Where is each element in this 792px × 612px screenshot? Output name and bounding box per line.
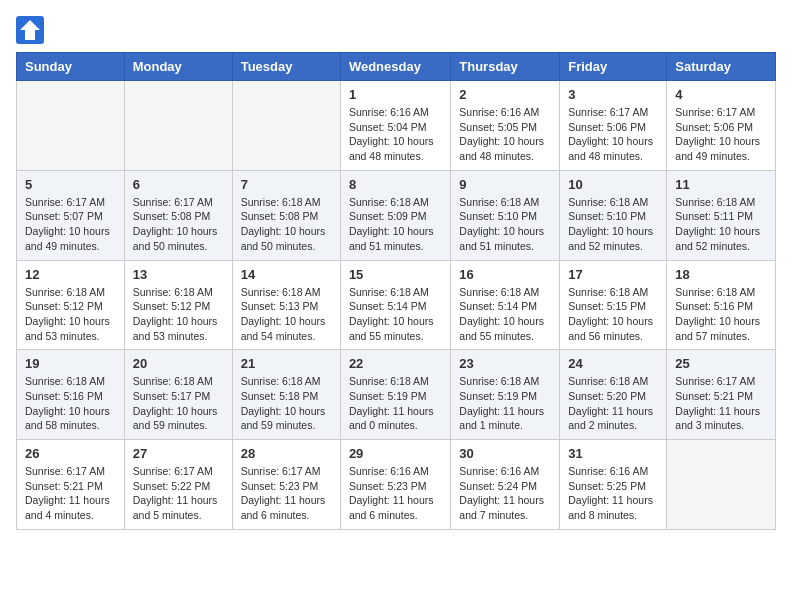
day-info: Sunrise: 6:17 AM Sunset: 5:07 PM Dayligh…	[25, 195, 116, 254]
day-info: Sunrise: 6:18 AM Sunset: 5:20 PM Dayligh…	[568, 374, 658, 433]
day-number: 10	[568, 177, 658, 192]
calendar-cell	[667, 440, 776, 530]
day-number: 7	[241, 177, 332, 192]
day-info: Sunrise: 6:18 AM Sunset: 5:13 PM Dayligh…	[241, 285, 332, 344]
day-number: 1	[349, 87, 442, 102]
day-info: Sunrise: 6:18 AM Sunset: 5:19 PM Dayligh…	[349, 374, 442, 433]
day-number: 11	[675, 177, 767, 192]
day-number: 18	[675, 267, 767, 282]
calendar-cell: 20Sunrise: 6:18 AM Sunset: 5:17 PM Dayli…	[124, 350, 232, 440]
calendar-cell: 16Sunrise: 6:18 AM Sunset: 5:14 PM Dayli…	[451, 260, 560, 350]
day-number: 24	[568, 356, 658, 371]
day-info: Sunrise: 6:18 AM Sunset: 5:08 PM Dayligh…	[241, 195, 332, 254]
weekday-header-sunday: Sunday	[17, 53, 125, 81]
day-number: 20	[133, 356, 224, 371]
page-header	[16, 16, 776, 44]
calendar-cell: 15Sunrise: 6:18 AM Sunset: 5:14 PM Dayli…	[340, 260, 450, 350]
calendar-cell: 18Sunrise: 6:18 AM Sunset: 5:16 PM Dayli…	[667, 260, 776, 350]
day-number: 6	[133, 177, 224, 192]
week-row-2: 5Sunrise: 6:17 AM Sunset: 5:07 PM Daylig…	[17, 170, 776, 260]
day-info: Sunrise: 6:16 AM Sunset: 5:23 PM Dayligh…	[349, 464, 442, 523]
calendar-cell: 17Sunrise: 6:18 AM Sunset: 5:15 PM Dayli…	[560, 260, 667, 350]
calendar-cell: 23Sunrise: 6:18 AM Sunset: 5:19 PM Dayli…	[451, 350, 560, 440]
day-info: Sunrise: 6:18 AM Sunset: 5:17 PM Dayligh…	[133, 374, 224, 433]
day-info: Sunrise: 6:17 AM Sunset: 5:21 PM Dayligh…	[675, 374, 767, 433]
weekday-header-row: SundayMondayTuesdayWednesdayThursdayFrid…	[17, 53, 776, 81]
day-number: 5	[25, 177, 116, 192]
calendar-cell: 26Sunrise: 6:17 AM Sunset: 5:21 PM Dayli…	[17, 440, 125, 530]
day-info: Sunrise: 6:18 AM Sunset: 5:18 PM Dayligh…	[241, 374, 332, 433]
day-info: Sunrise: 6:17 AM Sunset: 5:23 PM Dayligh…	[241, 464, 332, 523]
day-number: 22	[349, 356, 442, 371]
day-number: 8	[349, 177, 442, 192]
day-number: 25	[675, 356, 767, 371]
calendar-cell: 6Sunrise: 6:17 AM Sunset: 5:08 PM Daylig…	[124, 170, 232, 260]
day-number: 27	[133, 446, 224, 461]
calendar-cell	[232, 81, 340, 171]
calendar-cell: 7Sunrise: 6:18 AM Sunset: 5:08 PM Daylig…	[232, 170, 340, 260]
calendar-cell: 31Sunrise: 6:16 AM Sunset: 5:25 PM Dayli…	[560, 440, 667, 530]
day-number: 17	[568, 267, 658, 282]
calendar-cell: 2Sunrise: 6:16 AM Sunset: 5:05 PM Daylig…	[451, 81, 560, 171]
day-number: 26	[25, 446, 116, 461]
day-number: 12	[25, 267, 116, 282]
day-number: 28	[241, 446, 332, 461]
day-info: Sunrise: 6:18 AM Sunset: 5:15 PM Dayligh…	[568, 285, 658, 344]
day-number: 13	[133, 267, 224, 282]
weekday-header-monday: Monday	[124, 53, 232, 81]
day-info: Sunrise: 6:18 AM Sunset: 5:12 PM Dayligh…	[133, 285, 224, 344]
day-info: Sunrise: 6:16 AM Sunset: 5:04 PM Dayligh…	[349, 105, 442, 164]
calendar-cell: 14Sunrise: 6:18 AM Sunset: 5:13 PM Dayli…	[232, 260, 340, 350]
calendar-cell: 11Sunrise: 6:18 AM Sunset: 5:11 PM Dayli…	[667, 170, 776, 260]
day-number: 31	[568, 446, 658, 461]
calendar-cell: 1Sunrise: 6:16 AM Sunset: 5:04 PM Daylig…	[340, 81, 450, 171]
day-info: Sunrise: 6:18 AM Sunset: 5:10 PM Dayligh…	[459, 195, 551, 254]
day-info: Sunrise: 6:16 AM Sunset: 5:05 PM Dayligh…	[459, 105, 551, 164]
day-number: 19	[25, 356, 116, 371]
weekday-header-friday: Friday	[560, 53, 667, 81]
day-info: Sunrise: 6:18 AM Sunset: 5:16 PM Dayligh…	[675, 285, 767, 344]
day-number: 4	[675, 87, 767, 102]
day-info: Sunrise: 6:16 AM Sunset: 5:24 PM Dayligh…	[459, 464, 551, 523]
day-number: 9	[459, 177, 551, 192]
day-info: Sunrise: 6:18 AM Sunset: 5:19 PM Dayligh…	[459, 374, 551, 433]
calendar-cell: 19Sunrise: 6:18 AM Sunset: 5:16 PM Dayli…	[17, 350, 125, 440]
calendar-cell: 10Sunrise: 6:18 AM Sunset: 5:10 PM Dayli…	[560, 170, 667, 260]
day-number: 30	[459, 446, 551, 461]
day-number: 3	[568, 87, 658, 102]
calendar-cell: 12Sunrise: 6:18 AM Sunset: 5:12 PM Dayli…	[17, 260, 125, 350]
day-info: Sunrise: 6:18 AM Sunset: 5:10 PM Dayligh…	[568, 195, 658, 254]
week-row-1: 1Sunrise: 6:16 AM Sunset: 5:04 PM Daylig…	[17, 81, 776, 171]
day-number: 2	[459, 87, 551, 102]
calendar-cell: 9Sunrise: 6:18 AM Sunset: 5:10 PM Daylig…	[451, 170, 560, 260]
calendar: SundayMondayTuesdayWednesdayThursdayFrid…	[16, 52, 776, 530]
day-info: Sunrise: 6:17 AM Sunset: 5:06 PM Dayligh…	[675, 105, 767, 164]
day-info: Sunrise: 6:17 AM Sunset: 5:21 PM Dayligh…	[25, 464, 116, 523]
weekday-header-tuesday: Tuesday	[232, 53, 340, 81]
calendar-cell: 5Sunrise: 6:17 AM Sunset: 5:07 PM Daylig…	[17, 170, 125, 260]
day-number: 21	[241, 356, 332, 371]
day-info: Sunrise: 6:16 AM Sunset: 5:25 PM Dayligh…	[568, 464, 658, 523]
day-info: Sunrise: 6:18 AM Sunset: 5:09 PM Dayligh…	[349, 195, 442, 254]
logo-icon	[16, 16, 44, 44]
calendar-cell: 27Sunrise: 6:17 AM Sunset: 5:22 PM Dayli…	[124, 440, 232, 530]
week-row-4: 19Sunrise: 6:18 AM Sunset: 5:16 PM Dayli…	[17, 350, 776, 440]
calendar-cell: 22Sunrise: 6:18 AM Sunset: 5:19 PM Dayli…	[340, 350, 450, 440]
calendar-cell: 24Sunrise: 6:18 AM Sunset: 5:20 PM Dayli…	[560, 350, 667, 440]
day-number: 23	[459, 356, 551, 371]
weekday-header-thursday: Thursday	[451, 53, 560, 81]
calendar-cell: 28Sunrise: 6:17 AM Sunset: 5:23 PM Dayli…	[232, 440, 340, 530]
day-number: 14	[241, 267, 332, 282]
weekday-header-wednesday: Wednesday	[340, 53, 450, 81]
day-info: Sunrise: 6:17 AM Sunset: 5:08 PM Dayligh…	[133, 195, 224, 254]
calendar-cell	[124, 81, 232, 171]
calendar-cell: 4Sunrise: 6:17 AM Sunset: 5:06 PM Daylig…	[667, 81, 776, 171]
day-number: 29	[349, 446, 442, 461]
calendar-cell: 13Sunrise: 6:18 AM Sunset: 5:12 PM Dayli…	[124, 260, 232, 350]
day-number: 16	[459, 267, 551, 282]
calendar-cell: 8Sunrise: 6:18 AM Sunset: 5:09 PM Daylig…	[340, 170, 450, 260]
calendar-cell: 3Sunrise: 6:17 AM Sunset: 5:06 PM Daylig…	[560, 81, 667, 171]
day-info: Sunrise: 6:17 AM Sunset: 5:06 PM Dayligh…	[568, 105, 658, 164]
day-number: 15	[349, 267, 442, 282]
day-info: Sunrise: 6:17 AM Sunset: 5:22 PM Dayligh…	[133, 464, 224, 523]
